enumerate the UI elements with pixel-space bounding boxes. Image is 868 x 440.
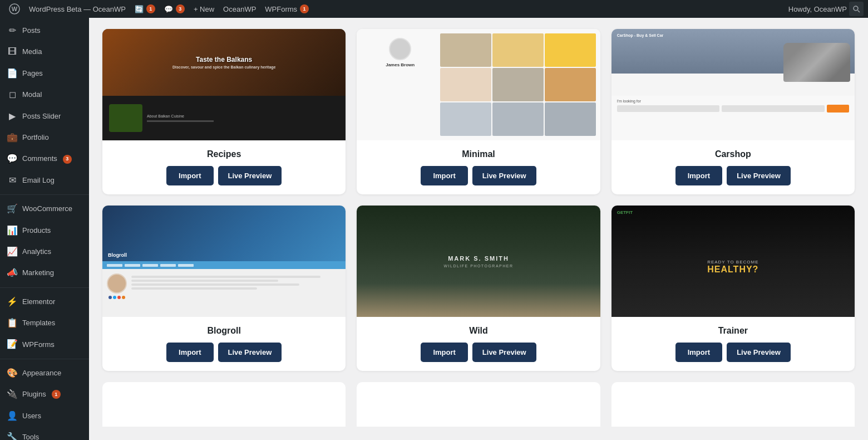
sidebar-item-label: Templates: [22, 318, 55, 328]
live-preview-button-recipes[interactable]: Live Preview: [218, 166, 282, 185]
comments-icon: 💬: [164, 5, 173, 13]
sidebar-item-posts-slider[interactable]: ▶ Posts Slider: [0, 106, 89, 127]
theme-card-minimal: James Brown Minimal: [357, 29, 600, 194]
sidebar-item-label: Posts: [22, 26, 41, 36]
sidebar-item-users[interactable]: 👤 Users: [0, 405, 89, 427]
sidebar-item-label: WooCommerce: [22, 204, 72, 214]
theme-name-trainer: Trainer: [620, 326, 846, 336]
bottom-partial-row: [102, 382, 855, 427]
tools-icon: 🔧: [7, 431, 18, 440]
live-preview-button-carshop[interactable]: Live Preview: [727, 166, 791, 185]
theme-name-carshop: Carshop: [620, 149, 846, 159]
live-preview-button-minimal[interactable]: Live Preview: [472, 166, 536, 185]
theme-card-body-carshop: Carshop Import Live Preview: [611, 140, 855, 194]
sidebar-item-analytics[interactable]: 📈 Analytics: [0, 241, 89, 262]
comments-sidebar-badge: 3: [63, 155, 72, 164]
sidebar-item-label: Tools: [22, 432, 39, 440]
sidebar-item-modal[interactable]: ◻ Modal: [0, 84, 89, 105]
updates-badge: 1: [146, 4, 155, 13]
blogroll-avatar: [107, 273, 127, 294]
sidebar-item-pages[interactable]: 📄 Pages: [0, 63, 89, 84]
theme-card-body-blogroll: Blogroll Import Live Preview: [102, 317, 346, 371]
minimal-cell-9: [545, 102, 596, 136]
elementor-icon: ⚡: [7, 296, 18, 308]
oceanwp-item[interactable]: OceanWP: [219, 0, 260, 18]
sidebar-item-label: Email Log: [22, 175, 55, 185]
blogroll-nav: [102, 261, 346, 269]
minimal-cell-7: [440, 102, 491, 136]
sidebar: ✏ Posts 🎞 Media 📄 Pages ◻ Modal ▶ Posts …: [0, 18, 89, 440]
new-label: + New: [194, 5, 214, 13]
comments-item[interactable]: 💬 3: [160, 0, 189, 18]
sidebar-item-label: WPForms: [22, 340, 55, 350]
sidebar-item-email-log[interactable]: ✉ Email Log: [0, 170, 89, 191]
sidebar-item-label: Posts Slider: [22, 111, 61, 121]
recipes-bottom-text: [147, 114, 214, 122]
new-item[interactable]: + New: [189, 0, 219, 18]
sidebar-item-products[interactable]: 📊 Products: [0, 220, 89, 241]
sidebar-item-label: Elementor: [22, 297, 55, 307]
blogroll-nav-dot-5: [178, 264, 194, 267]
sidebar-item-label: Products: [22, 226, 51, 236]
sidebar-item-templates[interactable]: 📋 Templates: [0, 312, 89, 334]
users-icon: 👤: [7, 410, 18, 422]
media-icon: 🎞: [7, 46, 18, 58]
wpforms-label: WPForms: [265, 5, 297, 13]
modal-icon: ◻: [7, 89, 18, 101]
wp-logo-item[interactable]: W: [4, 0, 24, 18]
import-button-carshop[interactable]: Import: [675, 166, 722, 185]
sidebar-item-label: Marketing: [22, 268, 54, 278]
live-preview-button-blogroll[interactable]: Live Preview: [218, 343, 282, 362]
theme-actions-minimal: Import Live Preview: [366, 166, 591, 185]
sidebar-divider-3: [0, 359, 89, 359]
theme-name-recipes: Recipes: [111, 149, 337, 159]
search-button[interactable]: [849, 2, 864, 16]
sidebar-item-label: Plugins: [22, 389, 46, 399]
blogroll-nav-dot-3: [142, 264, 158, 267]
wpforms-item[interactable]: WPForms 1: [260, 0, 313, 18]
import-button-blogroll[interactable]: Import: [166, 343, 213, 362]
minimal-cell-6: [545, 68, 596, 101]
import-button-recipes[interactable]: Import: [166, 166, 213, 185]
woocommerce-icon: 🛒: [7, 203, 18, 215]
search-icon: [852, 5, 860, 13]
svg-line-3: [858, 11, 860, 13]
blogroll-avatar-wrap: [107, 273, 127, 299]
minimal-cell-1: [440, 33, 491, 67]
sidebar-item-woocommerce[interactable]: 🛒 WooCommerce: [0, 198, 89, 219]
site-name-item[interactable]: WordPress Beta — OceanWP: [24, 0, 130, 18]
theme-preview-minimal: James Brown: [357, 29, 600, 140]
live-preview-button-trainer[interactable]: Live Preview: [727, 343, 791, 362]
theme-actions-carshop: Import Live Preview: [620, 166, 846, 185]
sidebar-item-portfolio[interactable]: 💼 Portfolio: [0, 127, 89, 148]
sidebar-item-elementor[interactable]: ⚡ Elementor: [0, 291, 89, 312]
sidebar-item-marketing[interactable]: 📣 Marketing: [0, 262, 89, 283]
theme-preview-blogroll: [102, 206, 346, 317]
sidebar-item-tools[interactable]: 🔧 Tools: [0, 427, 89, 440]
import-button-minimal[interactable]: Import: [421, 166, 467, 185]
marketing-icon: 📣: [7, 267, 18, 279]
trainer-healthy-text: HEALTHY?: [707, 265, 758, 275]
updates-item[interactable]: 🔄 1: [130, 0, 160, 18]
import-button-trainer[interactable]: Import: [675, 343, 722, 362]
recipes-preview-top: [102, 29, 346, 96]
theme-card-blogroll: Blogroll Import Live Preview: [102, 206, 346, 371]
sidebar-item-media[interactable]: 🎞 Media: [0, 41, 89, 62]
blogroll-body: [102, 269, 346, 317]
portfolio-icon: 💼: [7, 131, 18, 144]
sidebar-item-posts[interactable]: ✏ Posts: [0, 20, 89, 41]
minimal-cell-4: [440, 68, 491, 101]
minimal-cell-5: [492, 68, 544, 101]
carshop-field-2: [722, 105, 825, 112]
sidebar-item-wpforms[interactable]: 📝 WPForms: [0, 334, 89, 355]
blogroll-lines: [131, 273, 341, 290]
sidebar-item-plugins[interactable]: 🔌 Plugins 1: [0, 384, 89, 405]
sidebar-item-appearance[interactable]: 🎨 Appearance: [0, 363, 89, 384]
wp-logo-icon: W: [9, 3, 20, 14]
sidebar-item-comments[interactable]: 💬 Comments 3: [0, 148, 89, 169]
updates-icon: 🔄: [135, 5, 144, 13]
howdy-text: Howdy, OceanWP: [788, 5, 847, 13]
live-preview-button-wild[interactable]: Live Preview: [472, 343, 536, 362]
comments-badge: 3: [176, 4, 185, 13]
import-button-wild[interactable]: Import: [421, 343, 467, 362]
